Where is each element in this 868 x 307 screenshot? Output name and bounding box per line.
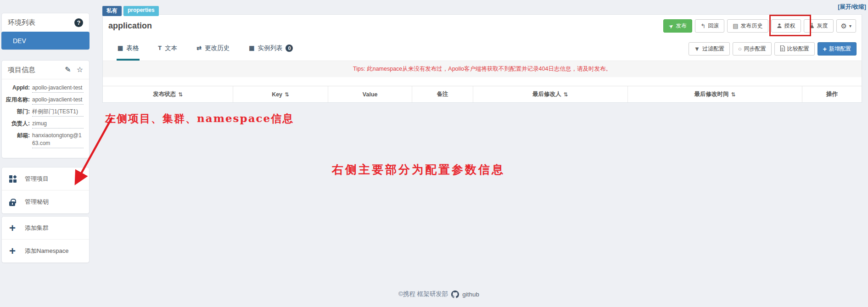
sort-icon: ⇅ [178,91,183,98]
column-header-last-modified-by[interactable]: 最后修改人 ⇅ [473,86,628,102]
settings-button[interactable]: ⚙ ▾ [836,19,856,33]
copyright-text: ©携程 框架研发部 [398,290,448,298]
namespace-title: application [108,21,152,31]
calendar-icon: ▤ [733,23,738,29]
sidebar-item-label: 添加Namespace [25,247,68,255]
flask-icon [809,22,815,29]
field-label: 负责人: [3,120,32,128]
annotation-right-note: 右侧主要部分为配置参数信息 [332,162,505,177]
env-list-panel: 环境列表 ? DEV [1,13,90,50]
page-footer: ©携程 框架研发部 github [398,290,479,298]
sidebar-item-label: 管理秘钥 [25,198,49,206]
field-appid: AppId: apollo-javaclient-test [3,84,84,93]
apollo-config-page: [展开/收缩] 环境列表 ? DEV 项目信息 ✎ ☆ AppId: apoll… [0,0,868,307]
project-fields: AppId: apollo-javaclient-test 应用名称: apol… [2,79,89,158]
field-label: 邮箱: [3,132,32,148]
namespace-tabs-row: ▦ 表格 T 文本 ⇄ 更改历史 ▦ 实例列表 0 [103,37,862,61]
plus-icon: + [9,247,25,255]
column-header-operation: 操作 [802,86,862,102]
tab-instance-list[interactable]: ▦ 实例列表 0 [248,37,294,61]
tips-text: Tips: 此namespace从来没有发布过，Apollo客户端将获取不到配置… [353,65,611,73]
tab-table[interactable]: ▦ 表格 [117,37,140,61]
instance-list-icon: ▦ [249,45,254,51]
table-icon: ▦ [118,45,123,51]
sort-icon: ⇅ [731,91,735,98]
diff-config-button[interactable]: 比较配置 [774,42,815,56]
column-header-value: Value [328,86,412,102]
field-email: 邮箱: hanxiaotongtong@163.com [3,132,84,148]
add-config-button[interactable]: + 新增配置 [818,42,857,56]
tab-text[interactable]: T 文本 [157,37,178,61]
field-value: hanxiaotongtong@163.com [32,132,84,148]
field-label: 部门: [3,108,32,117]
tips-banner: Tips: 此namespace从来没有发布过，Apollo客户端将获取不到配置… [103,61,862,77]
sync-icon: ○ [738,46,742,52]
field-value: apollo-javaclient-test [32,84,84,93]
field-department: 部门: 样例部门1(TEST1) [3,108,84,117]
sync-config-button[interactable]: ○ 同步配置 [733,42,772,56]
sidebar-item-add-namespace[interactable]: + 添加Namespace [2,240,89,262]
grant-button[interactable]: 授权 [771,19,801,33]
tab-change-history[interactable]: ⇄ 更改历史 [196,37,230,61]
chevron-down-icon: ▾ [849,23,851,28]
person-icon [777,23,782,29]
annotation-left-note: 左侧项目、集群、namespace信息 [105,112,294,126]
release-history-button[interactable]: ▤ 发布历史 [727,19,768,33]
manage-menu-panel: 管理项目 管理秘钥 [1,167,90,214]
sidebar-item-label: 管理项目 [25,175,49,183]
sidebar: 环境列表 ? DEV 项目信息 ✎ ☆ AppId: apollo-javacl… [1,13,90,265]
config-actions: ▼ 过滤配置 ○ 同步配置 比较配置 + [689,37,862,61]
table-spacer [103,77,862,86]
env-item-dev[interactable]: DEV [1,32,90,50]
field-label: AppId: [3,84,32,93]
filter-icon: ▼ [694,46,700,52]
sidebar-item-add-cluster[interactable]: + 添加集群 [2,217,89,240]
field-value: zimug [32,120,84,128]
column-header-last-modified-time[interactable]: 最后修改时间 ⇅ [628,86,802,102]
project-info-panel: 项目信息 ✎ ☆ AppId: apollo-javaclient-test 应… [1,60,90,158]
file-icon [780,45,785,52]
sidebar-item-manage-secret[interactable]: 管理秘钥 [2,190,89,213]
column-header-release-status[interactable]: 发布状态 ⇅ [103,86,233,102]
namespace-actions: ➤ 发布 ↰ 回滚 ▤ 发布历史 授权 [663,19,856,33]
field-value: 样例部门1(TEST1) [32,108,84,117]
field-label: 应用名称: [3,96,32,105]
text-icon: T [158,45,162,51]
rollback-button[interactable]: ↰ 回滚 [695,19,724,33]
sidebar-item-label: 添加集群 [25,224,49,232]
config-table-header: 发布状态 ⇅ Key ⇅ Value 备注 最后修改人 ⇅ [103,86,862,102]
view-tabs: ▦ 表格 T 文本 ⇄ 更改历史 ▦ 实例列表 0 [103,37,294,61]
sort-icon: ⇅ [563,91,568,98]
column-header-key[interactable]: Key ⇅ [233,86,328,102]
filter-config-button[interactable]: ▼ 过滤配置 [689,42,730,56]
publish-button[interactable]: ➤ 发布 [663,19,692,33]
grid-icon [9,175,25,183]
field-app-name: 应用名称: apollo-javaclient-test [3,96,84,105]
badge-private: 私有 [102,6,122,16]
add-menu-panel: + 添加集群 + 添加Namespace [1,216,90,263]
instance-count-badge: 0 [286,45,293,52]
expand-collapse-link[interactable]: [展开/收缩] [838,3,866,11]
namespace-badges: 私有 properties [102,6,159,16]
namespace-panel: application ➤ 发布 ↰ 回滚 ▤ 发布历史 [102,14,862,103]
field-value: apollo-javaclient-test [32,96,84,105]
lock-icon [9,198,25,206]
gear-icon: ⚙ [841,22,847,29]
change-history-icon: ⇄ [196,45,202,51]
gray-release-button[interactable]: 灰度 [804,19,834,33]
sidebar-item-manage-project[interactable]: 管理项目 [2,167,89,190]
column-header-comment: 备注 [412,86,473,102]
namespace-title-row: application ➤ 发布 ↰ 回滚 ▤ 发布历史 [103,15,862,37]
plus-icon: + [9,224,25,232]
github-label[interactable]: github [462,291,479,298]
badge-properties: properties [123,6,159,16]
field-owner: 负责人: zimug [3,120,84,128]
sort-icon: ⇅ [285,91,289,98]
favorite-star-icon[interactable]: ☆ [77,66,83,73]
plus-icon: + [823,46,827,52]
undo-icon: ↰ [700,23,706,29]
help-icon[interactable]: ? [74,18,83,27]
project-info-title: 项目信息 [8,66,35,74]
github-icon[interactable] [451,290,459,298]
edit-icon[interactable]: ✎ [65,66,71,73]
